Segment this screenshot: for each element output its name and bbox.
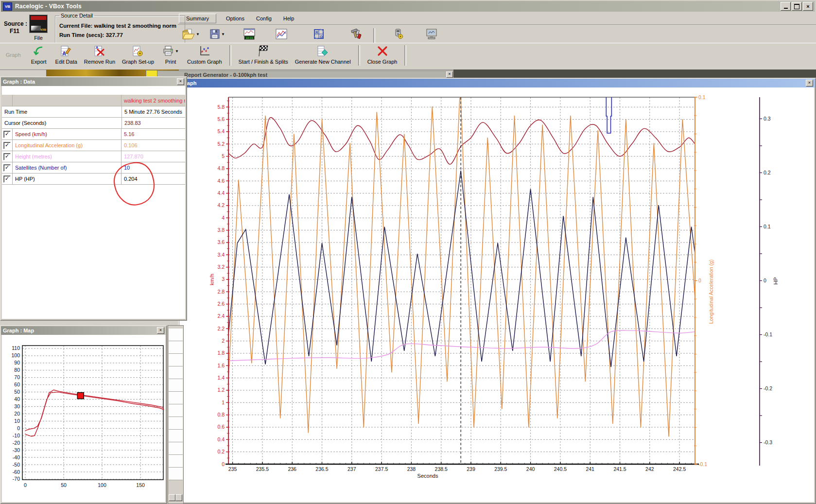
- svg-text:150: 150: [136, 482, 145, 488]
- svg-text:-60: -60: [13, 469, 20, 475]
- svg-text:4.4: 4.4: [217, 190, 225, 196]
- start-finish-button-label: Start / Finish & Splits: [239, 59, 288, 65]
- svg-text:4: 4: [222, 215, 225, 221]
- channel-label: Run Time: [2, 106, 122, 117]
- map-window-title: Graph : Map: [3, 328, 34, 333]
- svg-text:3.2: 3.2: [217, 264, 225, 270]
- graph-setup-icon: [132, 45, 144, 57]
- svg-text:3.4: 3.4: [217, 252, 225, 258]
- channel-strip-window: [168, 325, 184, 504]
- svg-text:238.5: 238.5: [435, 466, 448, 472]
- svg-text:1.4: 1.4: [217, 375, 225, 381]
- channel-label: HP (HP): [13, 174, 122, 184]
- svg-text:238: 238: [407, 466, 416, 472]
- background-window-edge: [453, 70, 816, 78]
- menu-item-help[interactable]: Help: [278, 14, 300, 23]
- close-graph-icon: [377, 45, 388, 57]
- menu-item-summary[interactable]: Summary: [179, 14, 216, 23]
- map-chart[interactable]: 1101009080706050403020100-10-20-30-40-50…: [2, 335, 165, 502]
- minimize-icon: [784, 8, 788, 9]
- svg-text:HP: HP: [773, 277, 779, 284]
- svg-text:4.6: 4.6: [217, 178, 225, 184]
- minimize-button[interactable]: [781, 2, 791, 11]
- svg-text:241: 241: [586, 466, 594, 472]
- terminal-icon: [426, 28, 437, 40]
- report-generator-close-button[interactable]: ×: [446, 71, 453, 78]
- channel-value: 5.16: [122, 129, 185, 139]
- svg-text:241.5: 241.5: [613, 466, 626, 472]
- svg-text:2: 2: [222, 338, 225, 344]
- scroll-right-button[interactable]: [175, 494, 182, 501]
- svg-text:3: 3: [222, 276, 225, 282]
- graph-toolbar-print-button[interactable]: ▼Print: [157, 43, 184, 66]
- generate-channel-icon: [317, 45, 329, 57]
- data-table-row: ✓Height (metres)127.870: [2, 151, 185, 162]
- scroll-left-button[interactable]: [169, 494, 175, 501]
- graph-icon: [276, 28, 287, 40]
- graph-toolbar-export-button[interactable]: Export: [26, 43, 52, 66]
- source-label: Source :: [4, 20, 27, 27]
- menu-item-options[interactable]: Options: [220, 14, 250, 23]
- svg-text:2.4: 2.4: [217, 313, 225, 319]
- save-dropdown-arrow[interactable]: ▼: [221, 32, 225, 36]
- custom-graph-icon: [199, 45, 210, 57]
- export-button-label: Export: [31, 59, 47, 65]
- svg-text:239: 239: [467, 466, 475, 472]
- channel-strip-rows: [169, 329, 183, 480]
- svg-text:5: 5: [222, 153, 225, 159]
- channel-value: 0.106: [122, 140, 185, 151]
- print-dropdown-arrow[interactable]: ▼: [175, 49, 179, 53]
- svg-text:242.5: 242.5: [673, 466, 686, 472]
- main-graph-chart[interactable]: 00.20.40.60.811.21.41.61.822.22.42.62.83…: [180, 87, 814, 502]
- svg-text:-30: -30: [13, 447, 20, 453]
- graph-toolbar-edit-data-button[interactable]: AEdit Data: [52, 43, 81, 66]
- print-icon: [162, 45, 174, 57]
- svg-text:0: 0: [764, 278, 766, 283]
- graph-toolbar-remove-run-button[interactable]: ARemove Run: [81, 43, 119, 66]
- channel-value: 238.83: [122, 118, 185, 128]
- channel-value: 127.870: [122, 151, 185, 162]
- close-button[interactable]: ×: [803, 2, 813, 11]
- map-window-titlebar[interactable]: Graph : Map ×: [1, 326, 166, 335]
- svg-text:0.4: 0.4: [217, 436, 225, 442]
- channel-checkbox[interactable]: ✓: [3, 175, 11, 183]
- svg-text:80: 80: [14, 367, 20, 373]
- graph-toolbar-start-finish-button[interactable]: Start / Finish & Splits: [235, 43, 292, 66]
- remove-run-button-label: Remove Run: [84, 59, 115, 65]
- channel-strip-scrollbar[interactable]: [169, 494, 183, 502]
- start-finish-icon: [257, 45, 270, 57]
- svg-text:5.4: 5.4: [217, 128, 225, 134]
- graph-window-titlebar[interactable]: Graph ×: [179, 79, 815, 87]
- channel-checkbox[interactable]: ✓: [3, 153, 11, 160]
- data-window-titlebar[interactable]: Graph : Data ×: [1, 77, 186, 86]
- svg-text:237: 237: [347, 466, 356, 472]
- svg-text:G: G: [320, 35, 323, 39]
- menu-item-config[interactable]: Config: [250, 14, 278, 23]
- map-window-close-button[interactable]: ×: [157, 327, 164, 334]
- load-all-dropdown-arrow[interactable]: ▼: [196, 32, 200, 36]
- main-titlebar: VB Racelogic - VBox Tools ×: [1, 1, 815, 12]
- channel-checkbox[interactable]: ✓: [3, 142, 11, 149]
- svg-text:242: 242: [645, 466, 654, 472]
- maximize-icon: [794, 4, 799, 9]
- svg-text:Longitudinal Acceleration (g): Longitudinal Acceleration (g): [708, 260, 714, 324]
- graph-toolbar-custom-graph-button[interactable]: Custom Graph: [184, 43, 226, 66]
- svg-text:-70: -70: [13, 476, 20, 482]
- svg-text:-50: -50: [13, 462, 20, 468]
- svg-text:240: 240: [526, 466, 535, 472]
- channel-checkbox[interactable]: ✓: [3, 131, 11, 138]
- graph-window-close-button[interactable]: ×: [806, 80, 813, 87]
- svg-text:90: 90: [14, 360, 20, 365]
- svg-text:0.1: 0.1: [764, 224, 771, 229]
- maximize-button[interactable]: [792, 2, 802, 11]
- graph-toolbar-close-graph-button[interactable]: Close Graph: [364, 43, 401, 66]
- graph-toolbar-generate-channel-button[interactable]: Generate New Channel: [292, 43, 354, 66]
- current-file-line: Current File: walking test 2 smoothing n…: [59, 23, 181, 29]
- data-window-close-button[interactable]: ×: [177, 78, 184, 85]
- window-title: Racelogic - VBox Tools: [15, 3, 82, 10]
- graph-toolbar-graph-setup-button[interactable]: Graph Set-up: [119, 43, 157, 66]
- toolbar-separator: [404, 45, 406, 66]
- graph-window: Graph × 00.20.40.60.811.21.41.61.822.22.…: [178, 78, 816, 504]
- remove-run-icon: A: [94, 45, 105, 57]
- channel-checkbox[interactable]: ✓: [3, 164, 11, 172]
